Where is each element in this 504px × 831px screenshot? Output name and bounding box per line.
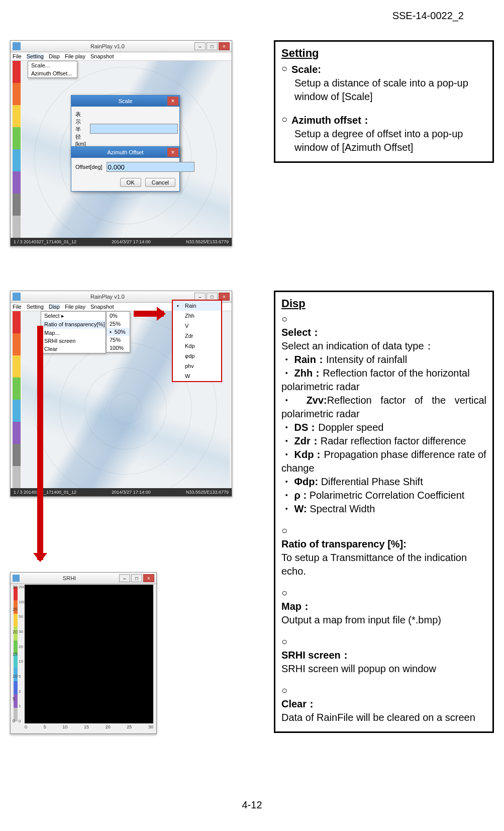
list-item: ・ Zdr：Radar reflection factor difference bbox=[281, 434, 486, 448]
menu-file-play[interactable]: File play bbox=[65, 304, 85, 310]
status-mid: 2014/3/27 17:14:00 bbox=[112, 239, 151, 244]
azimuth-label: Azimuth offset： bbox=[291, 115, 371, 126]
list-item: ・ ρ : Polarimetric Correlation Coefficie… bbox=[281, 489, 486, 502]
srhi-text: SRHI screen will popup on window bbox=[281, 662, 486, 676]
figure-srhi-window: SRHI – □ × 200100503020105210 0510152025… bbox=[10, 572, 156, 733]
menu-item[interactable]: Azimuth Offset... bbox=[28, 69, 77, 77]
list-item: ・ Rain：Intensity of rainfall bbox=[281, 353, 486, 366]
menu-disp[interactable]: Disp bbox=[49, 53, 60, 59]
clear-label: Clear： bbox=[281, 698, 317, 709]
menu-item[interactable]: φdp bbox=[173, 351, 221, 361]
menu-item[interactable]: Rain bbox=[173, 301, 221, 311]
close-icon[interactable]: × bbox=[167, 97, 178, 106]
setting-description: Setting ○Scale: Setup a distance of scal… bbox=[274, 40, 494, 163]
close-icon[interactable]: × bbox=[167, 148, 178, 157]
menu-file[interactable]: File bbox=[13, 304, 22, 310]
close-button[interactable]: × bbox=[219, 42, 230, 50]
app-icon bbox=[13, 42, 21, 50]
menu-item[interactable]: Scale... bbox=[28, 61, 77, 69]
menu-item[interactable]: 0% bbox=[107, 312, 130, 320]
ok-button[interactable]: OK bbox=[120, 178, 141, 187]
select-text: Select an indication of data type： bbox=[281, 339, 486, 353]
field-label: Offset[deg] bbox=[75, 164, 103, 170]
titlebar: RainPlay v1.0 – □ × bbox=[11, 41, 232, 52]
menu-snapshot[interactable]: Snapshot bbox=[90, 53, 114, 59]
maximize-button[interactable]: □ bbox=[131, 574, 142, 582]
status-right: N33.5525/E133.6779 bbox=[186, 490, 229, 495]
dialog-title: Azimuth Offset bbox=[108, 149, 144, 155]
ratio-text: To setup a Transmittance of the indicati… bbox=[281, 551, 486, 578]
clear-text: Data of RainFile will be cleared on a sc… bbox=[281, 711, 486, 724]
menu-setting[interactable]: Setting bbox=[27, 304, 44, 310]
menu-item[interactable]: phv bbox=[173, 361, 221, 371]
menu-file[interactable]: File bbox=[13, 53, 22, 59]
window-title: RainPlay v1.0 bbox=[21, 294, 194, 300]
menu-item[interactable]: 100% bbox=[107, 344, 130, 352]
list-item: ・ W: Spectral Width bbox=[281, 502, 486, 516]
menu-item[interactable]: 50% bbox=[107, 328, 130, 336]
menu-disp[interactable]: Disp bbox=[49, 304, 60, 310]
app-icon bbox=[13, 575, 20, 582]
srhi-label: SRHI screen： bbox=[281, 650, 351, 661]
menu-item[interactable]: Zdr bbox=[173, 331, 221, 341]
menu-item[interactable]: Ratio of transparency[%] ▸ bbox=[41, 320, 106, 329]
list-item: ・ Zvv:Reflection factor of the vertical … bbox=[281, 394, 486, 421]
arrow-to-srhi-window bbox=[37, 326, 43, 560]
arrow-to-select-menu bbox=[134, 311, 164, 317]
window-title: RainPlay v1.0 bbox=[21, 43, 194, 49]
dialog-title: Scale bbox=[119, 98, 133, 104]
map-label: Map： bbox=[281, 601, 312, 612]
menu-item[interactable]: V bbox=[173, 321, 221, 331]
menu-item[interactable]: W bbox=[173, 371, 221, 381]
minimize-button[interactable]: – bbox=[194, 42, 206, 50]
menu-item[interactable]: Map... bbox=[41, 329, 106, 337]
transparency-submenu: 0%25%50%75%100% bbox=[106, 311, 130, 352]
menu-setting[interactable]: Setting bbox=[27, 53, 44, 59]
disp-description: Disp ○Select： Select an indication of da… bbox=[274, 291, 494, 733]
azimuth-text: Setup a degree of offset into a pop-up w… bbox=[281, 127, 486, 154]
status-bar: 1 / 3 20140327_171400_01_12 2014/3/27 17… bbox=[11, 238, 232, 246]
cancel-button[interactable]: Cancel bbox=[145, 178, 175, 187]
minimize-button[interactable]: – bbox=[119, 574, 130, 582]
figure-disp-window: RainPlay v1.0 – □ × FileSettingDispFile … bbox=[10, 291, 231, 496]
menu-item[interactable]: Clear bbox=[41, 345, 106, 353]
list-item: ・ Zhh：Reflection factor of the horizonta… bbox=[281, 366, 486, 394]
close-button[interactable]: × bbox=[143, 574, 154, 582]
status-right: N33.5525/E133.6779 bbox=[186, 239, 229, 244]
titlebar: SRHI – □ × bbox=[11, 573, 156, 584]
menu-snapshot[interactable]: Snapshot bbox=[90, 304, 114, 310]
field-label: 表示半径[km] bbox=[75, 111, 86, 147]
map-text: Output a map from input file (*.bmp) bbox=[281, 613, 486, 627]
disp-dropdown: Select ▸Ratio of transparency[%] ▸Map...… bbox=[41, 311, 106, 353]
menu-item[interactable]: 75% bbox=[107, 336, 130, 344]
menu-item[interactable]: SRHI screen bbox=[41, 337, 106, 345]
app-icon bbox=[13, 293, 21, 301]
box-title: Setting bbox=[281, 46, 486, 61]
list-item: ・ DS：Doppler speed bbox=[281, 421, 486, 434]
status-left: 1 / 3 20140327_171400_01_12 bbox=[14, 490, 76, 495]
offset-input[interactable] bbox=[107, 162, 194, 172]
menu-bar: FileSettingDispFile playSnapshot bbox=[11, 52, 232, 61]
menu-item[interactable]: Kdp bbox=[173, 341, 221, 351]
doc-id: SSE-14-0022_2 bbox=[392, 10, 464, 22]
list-item: ・ Kdp：Propagation phase difference rate … bbox=[281, 448, 486, 475]
menu-item[interactable]: Zhh bbox=[173, 311, 221, 321]
status-left: 1 / 3 20140327_171400_01_12 bbox=[14, 239, 76, 244]
box-title: Disp bbox=[281, 296, 486, 311]
status-mid: 2014/3/27 17:14:00 bbox=[112, 490, 151, 495]
window-title: SRHI bbox=[20, 575, 119, 581]
scale-label: Scale: bbox=[291, 64, 321, 75]
scale-input[interactable] bbox=[90, 124, 178, 134]
azimuth-dialog: Azimuth Offset× Offset[deg] OK Cancel bbox=[71, 146, 180, 192]
page-number: 4-12 bbox=[0, 799, 504, 811]
srhi-chart bbox=[25, 585, 153, 723]
menu-item[interactable]: 25% bbox=[107, 320, 130, 328]
maximize-button[interactable]: □ bbox=[207, 42, 218, 50]
select-submenu: RainZhhVZdrKdpφdpphvW bbox=[172, 300, 222, 382]
menu-item[interactable]: Select ▸ bbox=[41, 312, 106, 320]
ratio-label: Ratio of transparency [%]: bbox=[281, 538, 407, 549]
figure-setting-window: RainPlay v1.0 – □ × FileSettingDispFile … bbox=[10, 40, 231, 245]
select-label: Select： bbox=[281, 327, 321, 338]
scale-text: Setup a distance of scale into a pop-up … bbox=[281, 76, 486, 104]
menu-file-play[interactable]: File play bbox=[65, 53, 85, 59]
